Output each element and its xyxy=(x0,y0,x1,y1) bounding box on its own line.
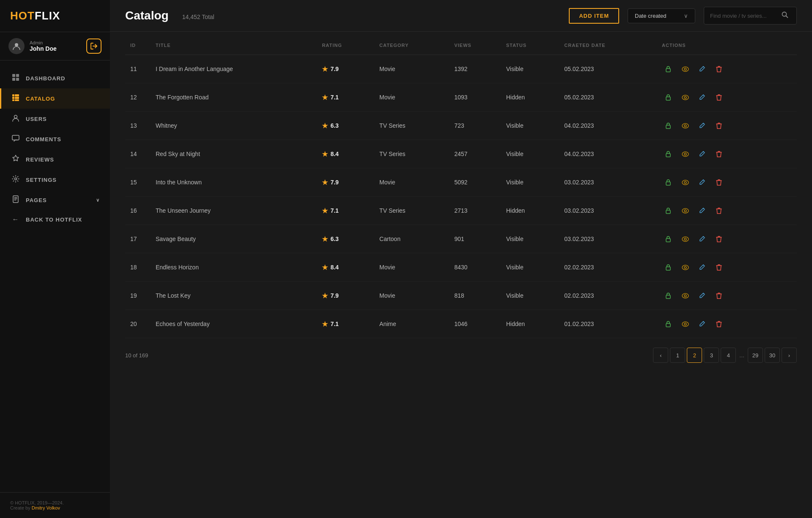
svg-point-32 xyxy=(682,208,689,213)
lock-icon[interactable] xyxy=(662,148,675,160)
edit-icon[interactable] xyxy=(696,204,708,217)
svg-rect-5 xyxy=(12,94,14,96)
view-icon[interactable] xyxy=(679,91,691,104)
logo-hot: HOT xyxy=(10,9,35,22)
page-30-button[interactable]: 30 xyxy=(765,348,780,363)
cell-rating: ★ 7.1 xyxy=(317,197,374,225)
cell-title: The Unseen Journey xyxy=(151,197,317,225)
edit-icon[interactable] xyxy=(696,289,708,302)
sidebar-item-dashboard[interactable]: DASHBOARD xyxy=(0,68,110,88)
sidebar: HOTFLIX Admin John Doe DASHBOARD CATALOG xyxy=(0,0,110,518)
svg-point-44 xyxy=(682,322,689,326)
cell-status: Visible xyxy=(501,282,560,310)
next-page-button[interactable]: › xyxy=(782,348,797,363)
delete-icon[interactable] xyxy=(713,233,725,245)
page-29-button[interactable]: 29 xyxy=(748,348,763,363)
cell-views: 723 xyxy=(449,112,501,140)
view-icon[interactable] xyxy=(679,204,691,217)
cell-views: 5092 xyxy=(449,168,501,197)
sidebar-item-comments[interactable]: COMMENTS xyxy=(0,129,110,149)
edit-icon[interactable] xyxy=(696,148,708,160)
cell-date: 05.02.2023 xyxy=(559,55,657,83)
prev-page-button[interactable]: ‹ xyxy=(653,348,668,363)
star-icon: ★ xyxy=(322,320,328,328)
view-icon[interactable] xyxy=(679,318,691,330)
edit-icon[interactable] xyxy=(696,119,708,132)
back-icon: ← xyxy=(11,216,20,223)
view-icon[interactable] xyxy=(679,148,691,160)
delete-icon[interactable] xyxy=(713,261,725,274)
view-icon[interactable] xyxy=(679,289,691,302)
lock-icon[interactable] xyxy=(662,261,675,274)
svg-rect-3 xyxy=(12,78,15,81)
page-3-button[interactable]: 3 xyxy=(704,348,719,363)
delete-icon[interactable] xyxy=(713,119,725,132)
page-4-button[interactable]: 4 xyxy=(721,348,736,363)
lock-icon[interactable] xyxy=(662,318,675,330)
lock-icon[interactable] xyxy=(662,91,675,104)
cell-rating: ★ 8.4 xyxy=(317,253,374,282)
search-icon[interactable] xyxy=(781,11,789,20)
catalog-table: ID TITLE RATING CATEGORY VIEWS STATUS CR… xyxy=(125,36,797,338)
edit-icon[interactable] xyxy=(696,318,708,330)
edit-icon[interactable] xyxy=(696,63,708,75)
edit-icon[interactable] xyxy=(696,91,708,104)
logout-button[interactable] xyxy=(86,38,102,54)
lock-icon[interactable] xyxy=(662,289,675,302)
star-icon: ★ xyxy=(322,207,328,215)
cell-status: Visible xyxy=(501,253,560,282)
delete-icon[interactable] xyxy=(713,176,725,189)
credit-author-link[interactable]: Dmitry Volkov xyxy=(32,505,60,510)
sidebar-item-pages[interactable]: PAGES ∨ xyxy=(0,190,110,210)
cell-date: 02.02.2023 xyxy=(559,282,657,310)
cell-date: 04.02.2023 xyxy=(559,140,657,168)
svg-rect-31 xyxy=(666,210,670,214)
delete-icon[interactable] xyxy=(713,91,725,104)
view-icon[interactable] xyxy=(679,261,691,274)
cell-views: 1046 xyxy=(449,310,501,338)
sidebar-item-reviews[interactable]: REVIEWS xyxy=(0,149,110,170)
pagination: ‹ 1 2 3 4 ... 29 30 › xyxy=(653,348,797,363)
delete-icon[interactable] xyxy=(713,289,725,302)
search-input[interactable] xyxy=(710,13,778,19)
edit-icon[interactable] xyxy=(696,176,708,189)
sort-dropdown[interactable]: Date created ∨ xyxy=(628,8,695,23)
cell-category: Movie xyxy=(374,83,449,112)
view-icon[interactable] xyxy=(679,233,691,245)
delete-icon[interactable] xyxy=(713,204,725,217)
lock-icon[interactable] xyxy=(662,176,675,189)
users-icon xyxy=(11,114,20,123)
view-icon[interactable] xyxy=(679,63,691,75)
settings-icon xyxy=(11,175,20,184)
main-content: Catalog 14,452 Total ADD ITEM Date creat… xyxy=(110,0,812,518)
delete-icon[interactable] xyxy=(713,318,725,330)
cell-category: Movie xyxy=(374,55,449,83)
lock-icon[interactable] xyxy=(662,119,675,132)
view-icon[interactable] xyxy=(679,119,691,132)
sidebar-item-users[interactable]: USERS xyxy=(0,109,110,129)
cell-views: 901 xyxy=(449,225,501,253)
page-2-button[interactable]: 2 xyxy=(687,348,702,363)
cell-status: Visible xyxy=(501,140,560,168)
svg-point-21 xyxy=(684,96,686,99)
lock-icon[interactable] xyxy=(662,233,675,245)
svg-point-20 xyxy=(682,95,689,100)
sidebar-item-back[interactable]: ← BACK TO HOTFLIX xyxy=(0,210,110,229)
lock-icon[interactable] xyxy=(662,63,675,75)
col-actions: ACTIONS xyxy=(657,36,797,55)
sidebar-item-settings[interactable]: SETTINGS xyxy=(0,170,110,190)
page-dots: ... xyxy=(738,352,746,359)
sidebar-item-label: COMMENTS xyxy=(26,136,61,143)
edit-icon[interactable] xyxy=(696,233,708,245)
lock-icon[interactable] xyxy=(662,204,675,217)
svg-rect-14 xyxy=(13,196,18,203)
delete-icon[interactable] xyxy=(713,63,725,75)
add-item-button[interactable]: ADD ITEM xyxy=(569,8,619,24)
svg-point-41 xyxy=(682,293,689,298)
edit-icon[interactable] xyxy=(696,261,708,274)
dashboard-icon xyxy=(11,74,20,83)
view-icon[interactable] xyxy=(679,176,691,189)
delete-icon[interactable] xyxy=(713,148,725,160)
page-1-button[interactable]: 1 xyxy=(670,348,685,363)
sidebar-item-catalog[interactable]: CATALOG xyxy=(0,88,110,109)
